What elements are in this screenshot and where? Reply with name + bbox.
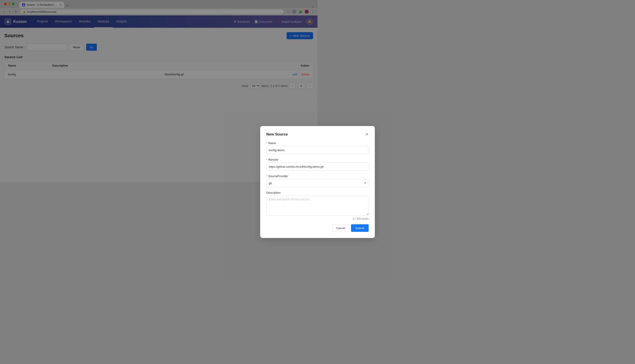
modal-header: New Source ✕ [266, 132, 318, 136]
source-provider-label: * SourceProvider [266, 174, 318, 178]
new-source-modal: New Source ✕ * Name * Remote * SourcePro… [260, 126, 318, 182]
name-label: * Name [266, 142, 318, 145]
remote-label: * Remote [266, 158, 318, 161]
remote-required-star: * [266, 158, 267, 161]
source-provider-select[interactable]: git helm oci [266, 179, 318, 182]
source-provider-required-star: * [266, 175, 267, 178]
form-group-source-provider: * SourceProvider git helm oci [266, 174, 318, 182]
remote-input[interactable] [266, 162, 318, 170]
source-provider-wrapper: git helm oci [266, 179, 318, 182]
name-required-star: * [266, 142, 267, 145]
form-group-name: * Name [266, 142, 318, 154]
modal-overlay[interactable]: New Source ✕ * Name * Remote * SourcePro… [0, 0, 318, 182]
modal-title: New Source [266, 132, 288, 136]
form-group-remote: * Remote [266, 158, 318, 170]
name-input[interactable] [266, 146, 318, 154]
